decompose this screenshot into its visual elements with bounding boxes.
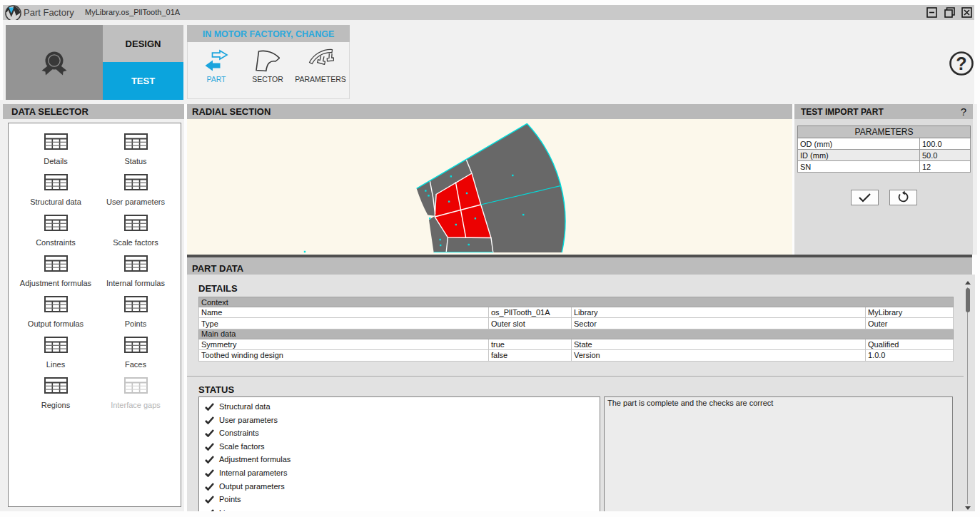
svg-text:?: ? [956, 53, 966, 73]
